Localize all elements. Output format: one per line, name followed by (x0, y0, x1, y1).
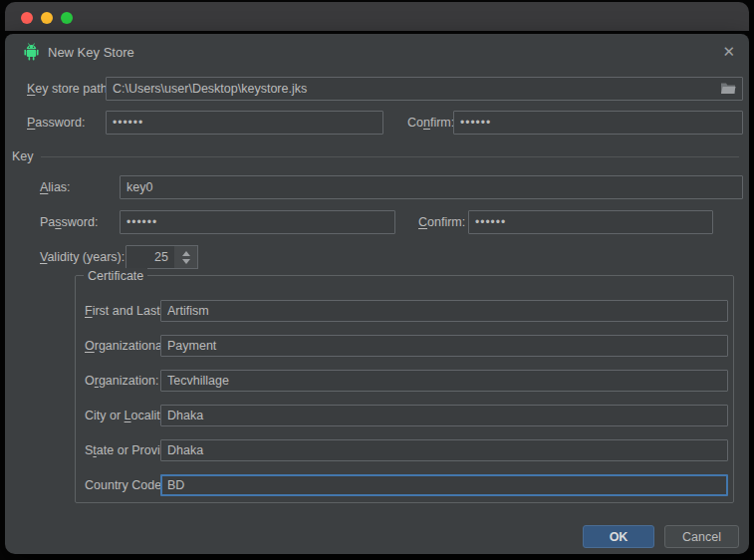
cancel-button[interactable]: Cancel (664, 525, 739, 548)
cert-row-organizational-unit: Organizational Unit: (85, 335, 728, 357)
certificate-fieldset: Certificate First and Last Name: Organiz… (75, 275, 734, 503)
key-section-label: Key (12, 148, 34, 164)
cert-row-organization: Organization: (85, 370, 728, 392)
cert-row-state: State or Province: (85, 439, 728, 461)
alias-label: Alias: (40, 175, 71, 199)
mac-zoom-button[interactable] (61, 12, 73, 24)
cert-row-country-code: Country Code (XX): (85, 474, 728, 496)
cert-row-city: City or Locality: (85, 405, 728, 426)
validity-label: Validity (years): (40, 245, 125, 269)
android-icon (22, 43, 41, 61)
dialog-title: New Key Store (48, 45, 134, 61)
mac-close-button[interactable] (21, 12, 33, 24)
ok-button[interactable]: OK (583, 525, 654, 548)
new-key-store-dialog: New Key Store ✕ Key store path: Password… (5, 34, 749, 554)
validity-input[interactable] (126, 245, 175, 269)
country-code-input[interactable] (160, 474, 728, 496)
key-store-path-fieldwrap (106, 77, 743, 101)
organizational-unit-input[interactable] (160, 335, 728, 357)
close-icon[interactable]: ✕ (722, 43, 735, 61)
confirm-input[interactable] (453, 111, 743, 135)
validity-stepper[interactable] (174, 245, 198, 269)
stepper-down-icon[interactable] (182, 259, 190, 264)
key-password-label: Password: (40, 210, 98, 234)
city-input[interactable] (160, 405, 728, 426)
key-password-input[interactable] (120, 210, 395, 234)
stepper-up-icon[interactable] (182, 251, 190, 256)
key-confirm-input[interactable] (468, 210, 713, 234)
browse-folder-icon[interactable] (720, 82, 736, 95)
key-section-divider (41, 156, 739, 157)
mac-minimize-button[interactable] (41, 12, 53, 24)
certificate-legend: Certificate (84, 268, 147, 284)
cert-row-first-last-name: First and Last Name: (85, 300, 728, 322)
password-input[interactable] (106, 111, 383, 135)
screen: New Key Store ✕ Key store path: Password… (0, 0, 754, 560)
alias-input[interactable] (120, 175, 743, 199)
password-label: Password: (27, 111, 85, 135)
organization-label: Organization: (85, 370, 158, 392)
key-confirm-label: Confirm: (418, 210, 465, 234)
first-last-name-input[interactable] (160, 300, 728, 322)
city-label: City or Locality: (85, 405, 169, 426)
key-store-path-input[interactable] (106, 77, 743, 101)
organization-input[interactable] (160, 370, 728, 392)
mac-titlebar (5, 2, 749, 31)
state-input[interactable] (160, 439, 728, 461)
key-store-path-label: Key store path: (27, 77, 111, 101)
confirm-label: Confirm: (407, 111, 454, 135)
